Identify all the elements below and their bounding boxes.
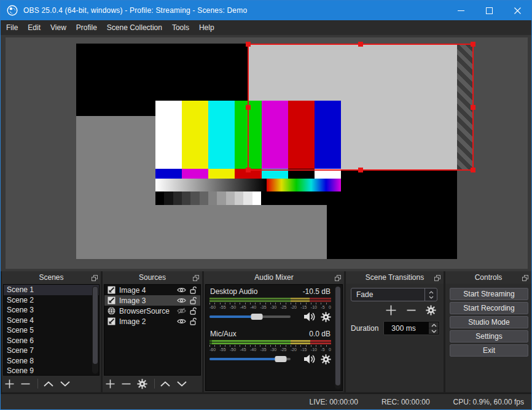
exit-button[interactable]: Exit [450,344,528,357]
menu-profile[interactable]: Profile [71,20,102,35]
add-transition-button[interactable] [385,304,397,318]
add-scene-button[interactable] [4,379,15,389]
combo-spinner[interactable] [424,288,437,301]
selection-handle-mid-right[interactable] [471,105,475,110]
menu-view[interactable]: View [45,20,71,35]
toolbar-separator [154,379,155,389]
scene-row-7[interactable]: Scene 7 [4,346,99,356]
dock-float-icon[interactable] [92,274,98,283]
scene-row-1[interactable]: Scene 1 [4,285,99,295]
selection-handle-top-center[interactable] [358,42,363,47]
slider-handle[interactable] [251,314,262,320]
scene-row-6[interactable]: Scene 6 [4,336,99,346]
menu-tools[interactable]: Tools [167,20,194,35]
scene-row-4[interactable]: Scene 4 [4,315,99,326]
source-row-image3[interactable]: Image 3 [104,295,200,306]
channel-settings-gear-icon[interactable] [321,312,331,322]
selection-handle-top-left[interactable] [246,42,251,47]
mic-aux-volume-slider[interactable] [209,358,291,360]
scenes-header[interactable]: Scenes [2,271,101,284]
settings-button[interactable]: Settings [450,330,528,342]
mixer-scrollbar[interactable] [335,286,341,389]
mixer-scrollbar-thumb[interactable] [335,287,340,385]
source-row-browsersource[interactable]: BrowserSource [104,306,200,316]
visibility-eye-slash-icon[interactable] [177,308,186,314]
transition-properties-gear-icon[interactable] [426,305,436,317]
minimize-button[interactable] [447,1,475,20]
channel-settings-gear-icon[interactable] [321,354,331,365]
slider-handle[interactable] [275,356,287,362]
sources-header[interactable]: Sources [103,271,202,284]
add-source-button[interactable] [105,379,115,389]
desktop-audio-volume-slider[interactable] [209,315,291,318]
source-row-image2[interactable]: Image 2 [104,316,200,327]
scene-preview[interactable] [6,37,528,269]
visibility-eye-icon[interactable] [177,318,186,325]
maximize-icon [486,7,493,14]
selection-handle-bottom-right[interactable] [471,168,475,172]
duration-decrement-button[interactable] [429,328,439,334]
controls-header[interactable]: Controls [445,271,531,284]
duration-spinbox[interactable]: 300 ms [383,321,440,335]
move-source-down-button[interactable] [176,381,187,387]
dock-float-icon[interactable] [193,274,199,283]
dock-float-icon[interactable] [434,274,440,283]
menu-edit[interactable]: Edit [23,20,45,35]
lock-open-icon[interactable] [190,307,197,315]
source-row-image4[interactable]: Image 4 [104,285,200,295]
move-scene-down-button[interactable] [60,381,71,387]
image-source-icon [108,286,115,294]
selection-handle-top-right[interactable] [471,42,475,47]
close-button[interactable] [503,1,531,20]
scene-row-2[interactable]: Scene 2 [4,295,99,306]
mixer-header[interactable]: Audio Mixer [204,271,344,284]
visibility-eye-icon[interactable] [177,297,186,304]
scene-row-9[interactable]: Scene 9 [4,366,99,376]
source-black-rect-bottom[interactable] [327,170,457,259]
scenes-toolbar [4,377,100,390]
move-scene-up-button[interactable] [43,381,54,387]
transition-select[interactable]: Fade [351,288,437,301]
source-properties-gear-icon[interactable] [137,379,147,389]
visibility-eye-icon[interactable] [177,287,186,293]
menu-scene-collection[interactable]: Scene Collection [102,20,167,35]
maximize-button[interactable] [475,1,503,20]
lock-open-icon[interactable] [190,296,197,304]
speaker-icon[interactable] [303,354,315,364]
remove-scene-button[interactable] [20,379,31,389]
source-selection-outline[interactable] [248,44,474,171]
lock-open-icon[interactable] [190,317,197,325]
smpte-bar-cyan [208,101,235,169]
remove-transition-button[interactable] [406,304,417,318]
scene-row-5[interactable]: Scene 5 [4,325,99,336]
selection-handle-mid-left[interactable] [246,105,251,110]
scenes-scrollbar-thumb[interactable] [93,287,98,364]
selection-handle-bottom-center[interactable] [358,168,363,172]
desktop-audio-vu-meter [209,298,331,302]
source-name: Image 3 [119,296,173,305]
scene-row-3[interactable]: Scene 3 [4,305,99,315]
transitions-body: Fade Duration [347,284,442,391]
studio-mode-button[interactable]: Studio Mode [450,316,528,328]
duration-increment-button[interactable] [429,322,439,328]
grayscale-gradient [155,179,267,191]
start-streaming-button[interactable]: Start Streaming [450,288,528,300]
move-source-up-button[interactable] [160,381,171,387]
title-bar[interactable]: OBS 25.0.4 (64-bit, windows) - Profile: … [1,1,531,20]
transitions-header[interactable]: Scene Transitions [346,271,444,284]
scenes-scrollbar[interactable] [92,286,98,374]
dock-float-icon[interactable] [522,274,528,283]
scene-row-8[interactable]: Scene 8 [4,356,99,366]
speaker-icon[interactable] [303,312,315,322]
scenes-list: Scene 1 Scene 2 Scene 3 Scene 4 Scene 5 … [3,284,100,376]
start-recording-button[interactable]: Start Recording [450,302,528,314]
chevron-up-icon [431,323,437,327]
close-icon [514,7,521,14]
remove-source-button[interactable] [121,379,131,389]
dock-float-icon[interactable] [335,274,341,283]
selection-handle-bottom-left[interactable] [246,168,251,172]
menu-file[interactable]: File [1,20,23,35]
window-title: OBS 25.0.4 (64-bit, windows) - Profile: … [23,6,447,15]
lock-open-icon[interactable] [190,286,197,294]
menu-help[interactable]: Help [194,20,219,35]
